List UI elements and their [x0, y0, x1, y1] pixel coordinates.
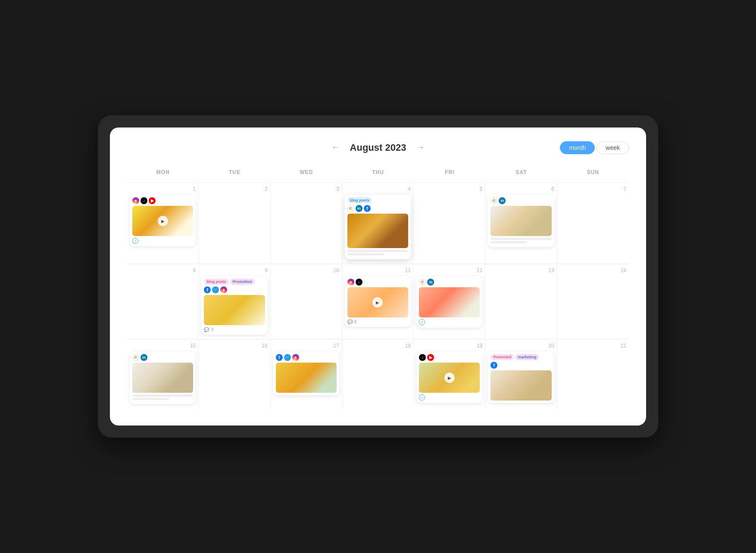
- post-footer: ✓: [419, 319, 480, 325]
- date-15: 15: [130, 343, 196, 349]
- card-line-short: [490, 241, 527, 243]
- day-header-mon: MON: [127, 166, 199, 179]
- cell-aug-12[interactable]: 12 G in ✓: [414, 264, 485, 339]
- check-icon: ✓: [419, 319, 425, 325]
- card-lines: [490, 238, 551, 243]
- facebook-icon: f: [276, 354, 283, 361]
- post-card-aug19[interactable]: ♪ ▶ ▶ ✓: [416, 351, 482, 403]
- post-card-aug15[interactable]: G in: [130, 351, 196, 404]
- date-20: 20: [488, 343, 554, 349]
- calendar-weeks: 1 ● ♪ ▶ ▶: [127, 182, 629, 408]
- date-2: 2: [201, 186, 267, 192]
- post-image: [204, 295, 265, 325]
- date-18: 18: [345, 343, 411, 349]
- card-line-short: [347, 253, 384, 255]
- day-header-sun: SUN: [557, 166, 629, 179]
- card-line: [347, 250, 408, 252]
- cell-aug-8: 8: [127, 264, 199, 339]
- calendar-header: ← August 2023 → month week: [127, 141, 629, 154]
- post-image: [347, 214, 408, 248]
- month-view-button[interactable]: month: [560, 141, 595, 154]
- youtube-icon: ▶: [427, 354, 434, 361]
- calendar-week-2: 8 9 blog posts Promotion: [127, 264, 629, 339]
- cell-aug-15[interactable]: 15 G in: [127, 339, 199, 408]
- date-1: 1: [130, 186, 196, 192]
- comment-count: 3: [211, 327, 213, 332]
- google-icon: G: [490, 197, 497, 204]
- cell-aug-1[interactable]: 1 ● ♪ ▶ ▶: [127, 183, 199, 264]
- date-8: 8: [130, 267, 196, 273]
- calendar-week-3: 15 G in: [127, 339, 629, 408]
- date-19: 19: [416, 343, 482, 349]
- calendar-grid: MON TUE WED THU FRI SAT SUN 1: [127, 166, 629, 408]
- post-card-aug4[interactable]: blog posts G in f: [345, 195, 411, 259]
- twitter-icon: 🐦: [284, 354, 291, 361]
- date-16: 16: [201, 343, 267, 349]
- facebook-icon: f: [490, 362, 497, 369]
- post-image: [490, 370, 551, 401]
- post-card-aug6[interactable]: G in: [488, 195, 554, 247]
- linkedin-icon: in: [356, 205, 362, 212]
- cell-aug-4[interactable]: 4 blog posts G in f: [342, 183, 414, 264]
- linkedin-icon: in: [141, 354, 147, 361]
- date-13: 13: [488, 267, 554, 273]
- post-footer: 💬 5: [347, 319, 408, 324]
- card-tags: Promoted marketing: [490, 354, 551, 360]
- post-image: [276, 363, 337, 393]
- cell-aug-13: 13: [485, 264, 557, 339]
- cell-aug-6[interactable]: 6 G in: [485, 183, 557, 264]
- social-icons: f 🐦 ●: [204, 286, 265, 293]
- check-icon: ✓: [132, 238, 138, 244]
- cell-aug-21: 21: [557, 339, 629, 408]
- cell-aug-9[interactable]: 9 blog posts Promotion f 🐦 ●: [199, 264, 270, 339]
- play-button[interactable]: ▶: [444, 373, 455, 383]
- post-footer: ✓: [419, 395, 480, 401]
- social-icons: f 🐦 ●: [276, 354, 337, 361]
- week-view-button[interactable]: week: [597, 141, 629, 154]
- social-icons: ♪ ▶: [419, 354, 480, 361]
- tiktok-icon: ♪: [356, 279, 362, 286]
- comment-icon: 💬: [347, 320, 353, 324]
- day-header-tue: TUE: [199, 166, 270, 179]
- cell-aug-17[interactable]: 17 f 🐦 ●: [271, 339, 342, 408]
- tiktok-icon: ♪: [141, 197, 147, 204]
- comment-icon: 💬: [204, 327, 209, 332]
- device-frame: ← August 2023 → month week MON TUE WED T…: [98, 115, 658, 438]
- post-card-aug11[interactable]: ● ♪ ▶ 💬 5: [345, 276, 411, 327]
- comment-count: 5: [354, 319, 357, 324]
- social-icons: ● ♪ ▶: [132, 197, 193, 204]
- cell-aug-10: 10: [271, 264, 342, 339]
- cell-aug-7: 7: [557, 183, 629, 264]
- date-21: 21: [560, 343, 626, 349]
- prev-month-button[interactable]: ←: [328, 141, 343, 154]
- post-card-aug12[interactable]: G in ✓: [416, 276, 482, 328]
- post-card-aug9[interactable]: blog posts Promotion f 🐦 ●: [201, 276, 267, 335]
- post-card-aug1[interactable]: ● ♪ ▶ ▶ ✓: [130, 195, 196, 246]
- date-10: 10: [273, 267, 339, 273]
- cell-aug-20[interactable]: 20 Promoted marketing f: [485, 339, 557, 408]
- post-image: ▶: [347, 287, 408, 317]
- post-card-aug17[interactable]: f 🐦 ●: [273, 351, 339, 395]
- date-6: 6: [488, 186, 554, 192]
- post-card-aug20[interactable]: Promoted marketing f: [488, 351, 554, 403]
- cell-aug-11[interactable]: 11 ● ♪ ▶ 💬: [342, 264, 414, 339]
- facebook-icon: f: [364, 205, 371, 212]
- date-7: 7: [560, 186, 626, 192]
- social-icons: G in: [132, 354, 193, 361]
- linkedin-icon: in: [427, 279, 434, 286]
- tag-blog-posts: blog posts: [347, 197, 372, 203]
- youtube-icon: ▶: [149, 197, 156, 204]
- social-icons: f: [490, 362, 551, 369]
- app-window: ← August 2023 → month week MON TUE WED T…: [110, 127, 646, 426]
- post-footer: ✓: [132, 238, 193, 244]
- post-image: [490, 206, 551, 236]
- twitter-icon: 🐦: [212, 286, 219, 293]
- cell-aug-19[interactable]: 19 ♪ ▶ ▶ ✓: [414, 339, 485, 408]
- next-month-button[interactable]: →: [413, 141, 428, 154]
- post-image: ▶: [419, 363, 480, 393]
- facebook-icon: f: [204, 286, 211, 293]
- day-header-wed: WED: [271, 166, 342, 179]
- play-button[interactable]: ▶: [372, 297, 383, 308]
- play-button[interactable]: ▶: [158, 216, 168, 226]
- post-image: [132, 363, 193, 393]
